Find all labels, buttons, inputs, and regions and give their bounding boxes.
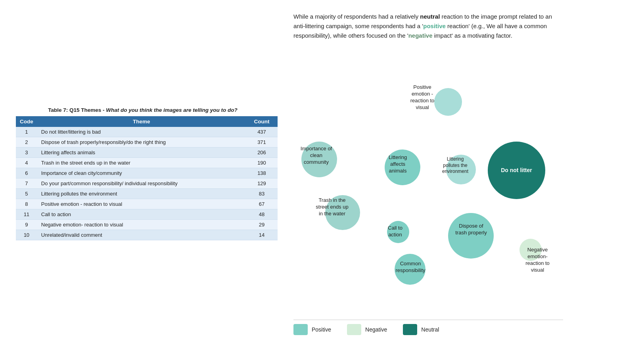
bubble-do-not-litter: Do not litter <box>488 142 545 199</box>
table-row: 10 Unrelated/invalid comment 14 <box>16 230 278 240</box>
cell-theme: Importance of clean city/community <box>37 168 246 178</box>
cell-count: 67 <box>246 199 278 209</box>
cell-count: 83 <box>246 188 278 199</box>
positive-word: positive <box>423 23 446 29</box>
legend-neutral: Neutral <box>403 324 439 335</box>
neutral-label: Neutral <box>421 326 439 333</box>
cell-theme: Do not litter/littering is bad <box>37 127 246 137</box>
left-panel: Table 7: Q15 Themes - What do you think … <box>0 0 286 347</box>
negative-swatch <box>347 324 361 335</box>
table-row: 8 Positive emotion - reaction to visual … <box>16 199 278 209</box>
table-row: 9 Negative emotion- reaction to visual 2… <box>16 219 278 230</box>
cell-count: 437 <box>246 127 278 137</box>
table-row: 6 Importance of clean city/community 138 <box>16 168 278 178</box>
cell-theme: Do your part/common responsibility/ indi… <box>37 178 246 188</box>
cell-count: 14 <box>246 230 278 240</box>
intro-before-neutral: While a majority of respondents had a re… <box>293 13 420 20</box>
intro-after-negative: impact' as a motivating factor. <box>433 32 512 39</box>
label-littering-animals: Litteringaffectsanimals <box>380 154 416 174</box>
label-call-action: Call toaction <box>382 225 408 238</box>
cell-theme: Littering affects animals <box>37 147 246 157</box>
col-count: Count <box>246 116 278 127</box>
cell-code: 7 <box>16 178 37 188</box>
cell-theme: Negative emotion- reaction to visual <box>37 219 246 230</box>
col-theme: Theme <box>37 116 246 127</box>
table-row: 3 Littering affects animals 206 <box>16 147 278 157</box>
positive-swatch <box>293 324 308 335</box>
cell-code: 1 <box>16 127 37 137</box>
label-trash-water: Trash in thestreet ends upin the water <box>309 197 355 217</box>
cell-theme: Call to action <box>37 209 246 219</box>
table-row: 11 Call to action 48 <box>16 209 278 219</box>
cell-theme: Unrelated/invalid comment <box>37 230 246 240</box>
label-common-responsibility: Commonresponsibility <box>391 261 430 274</box>
cell-count: 138 <box>246 168 278 178</box>
negative-label: Negative <box>365 326 387 333</box>
cell-count: 129 <box>246 178 278 188</box>
legend: Positive Negative Neutral <box>293 320 563 335</box>
cell-code: 2 <box>16 137 37 147</box>
cell-count: 206 <box>246 147 278 157</box>
cell-code: 4 <box>16 157 37 168</box>
cell-theme: Dispose of trash properly/responsibly/do… <box>37 137 246 147</box>
intro-text: While a majority of respondents had a re… <box>293 12 563 40</box>
table-row: 2 Dispose of trash properly/responsibly/… <box>16 137 278 147</box>
cell-code: 5 <box>16 188 37 199</box>
bubble-chart: Positiveemotion -reaction tovisual Impor… <box>293 48 632 316</box>
negative-word: negative <box>408 32 433 39</box>
cell-theme: Trash in the street ends up in the water <box>37 157 246 168</box>
neutral-word: neutral <box>420 13 440 20</box>
table-row: 4 Trash in the street ends up in the wat… <box>16 157 278 168</box>
right-panel: While a majority of respondents had a re… <box>286 0 644 347</box>
cell-code: 8 <box>16 199 37 209</box>
cell-code: 6 <box>16 168 37 178</box>
label-dispose-trash: Dispose oftrash properly <box>447 223 495 236</box>
label-clean-community: Importance ofcleancommunity <box>293 146 339 166</box>
cell-count: 29 <box>246 219 278 230</box>
cell-code: 10 <box>16 230 37 240</box>
legend-positive: Positive <box>293 324 331 335</box>
label-negative-emotion: Negativeemotion-reaction tovisual <box>519 247 556 274</box>
legend-negative: Negative <box>347 324 387 335</box>
do-not-litter-label: Do not litter <box>501 167 532 174</box>
cell-count: 190 <box>246 157 278 168</box>
label-pollutes-env: Litteringpollutes theenvironment <box>439 156 471 175</box>
cell-theme: Positive emotion - reaction to visual <box>37 199 246 209</box>
cell-code: 3 <box>16 147 37 157</box>
cell-count: 371 <box>246 137 278 147</box>
cell-code: 9 <box>16 219 37 230</box>
table-row: 1 Do not litter/littering is bad 437 <box>16 127 278 137</box>
table-row: 7 Do your part/common responsibility/ in… <box>16 178 278 188</box>
table-row: 5 Littering pollutes the environment 83 <box>16 188 278 199</box>
positive-label: Positive <box>312 326 331 333</box>
data-table: Code Theme Count 1 Do not litter/litteri… <box>16 116 278 240</box>
label-positive-emotion: Positiveemotion -reaction tovisual <box>395 84 450 111</box>
cell-count: 48 <box>246 209 278 219</box>
table-title: Table 7: Q15 Themes - What do you think … <box>16 107 270 113</box>
cell-theme: Littering pollutes the environment <box>37 188 246 199</box>
cell-code: 11 <box>16 209 37 219</box>
neutral-swatch <box>403 324 417 335</box>
col-code: Code <box>16 116 37 127</box>
